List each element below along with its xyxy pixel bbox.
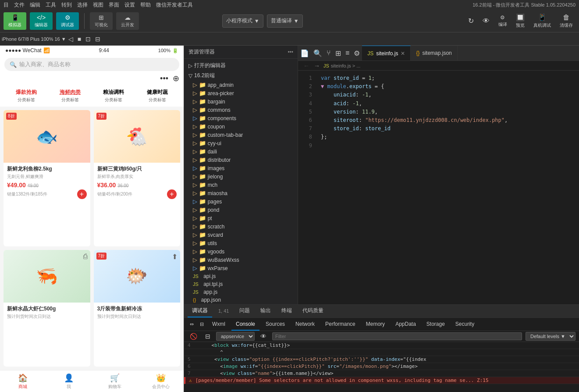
category-item-2[interactable]: 海鲜肉类 分类标签 (60, 89, 81, 103)
product-card-1[interactable]: 8折 🐟 新鲜龙利鱼柳2.5kg 无刺元骨,鲜嫩爽滑 ¥49.00 49.00 … (4, 110, 90, 246)
editor-button[interactable]: </> 编辑器 (30, 12, 53, 30)
eye-button[interactable]: 👁 (480, 16, 492, 26)
console-tab-appdata[interactable]: AppData (391, 318, 420, 331)
folder-wxparse[interactable]: ▷ 📁wxParse (184, 264, 298, 272)
scan-icon[interactable]: ⊕ (173, 74, 179, 83)
category-item-3[interactable]: 粮油调料 分类标签 (103, 89, 124, 103)
compile-dropdown[interactable]: 普通编译 ▼ (267, 14, 303, 28)
git-icon[interactable]: ⑂ (324, 48, 333, 58)
folder-wubasewxss[interactable]: ▷ 📁wuBaseWxss (184, 256, 298, 264)
folder-miaosha[interactable]: ▷ 📁miaosha (184, 189, 298, 197)
search-icon-editor[interactable]: 🔍 (311, 48, 324, 58)
simulator-button[interactable]: 📱 模拟器 (4, 12, 26, 30)
screenshot-button[interactable]: ⊟ (93, 35, 103, 43)
settings-icon[interactable]: ⚙ (352, 48, 362, 58)
folder-pond[interactable]: ▷ 📁pond (184, 206, 298, 214)
menu-wechat[interactable]: 微信开发者工具 (156, 1, 193, 9)
nav-forward-btn[interactable]: → (312, 61, 322, 70)
nav-member[interactable]: 👑 会员中心 (138, 371, 184, 392)
console-tab-storage[interactable]: Storage (422, 318, 449, 331)
folder-pages[interactable]: ▷ 📁pages (184, 197, 298, 206)
menu-help[interactable]: 帮助 (140, 1, 151, 9)
tab-debugger[interactable]: 调试器 (188, 305, 212, 317)
menu-file[interactable]: 文件 (14, 1, 25, 9)
tab-problems[interactable]: 问题 (235, 305, 254, 317)
section-project[interactable]: ▽ 16.2前端 (184, 71, 298, 81)
folder-commons[interactable]: ▷ 📁commons (184, 106, 298, 114)
mode-dropdown[interactable]: 小程序模式 ▼ (222, 14, 263, 28)
folder-distributor[interactable]: ▷ 📁distributor (184, 156, 298, 164)
debugger-button[interactable]: ⚙ 调试器 (56, 12, 79, 30)
menu-interface[interactable]: 界面 (109, 1, 119, 9)
folder-scratch[interactable]: ▷ 📁scratch (184, 222, 298, 231)
folder-components[interactable]: ▷ 📁components (184, 114, 298, 122)
phone-debug-button[interactable]: 📱 真机调试 (531, 12, 554, 29)
menu-view[interactable]: 视图 (93, 1, 103, 9)
wrap-icon[interactable]: ≡ (343, 48, 352, 58)
folder-coupon[interactable]: ▷ 📁coupon (184, 122, 298, 131)
category-item-4[interactable]: 健康时蔬 分类标签 (147, 89, 168, 103)
explorer-more-icon[interactable]: ••• (288, 49, 293, 55)
cloud-button[interactable]: ☁ 云开发 (116, 12, 139, 30)
console-tab-performance[interactable]: Performance (321, 318, 360, 331)
add-to-cart-2[interactable]: + (167, 189, 177, 199)
nav-back-btn[interactable]: ← (302, 61, 311, 70)
folder-jielong[interactable]: ▷ 📁jielong (184, 172, 298, 181)
product-card-4[interactable]: 7折 🐡 ⬆ 3斤装带鱼新鲜冷冻 预计到货时间次日到达 (94, 250, 181, 367)
level-select[interactable]: Default levels ▼ (526, 332, 575, 341)
tab-terminal[interactable]: 终端 (277, 305, 296, 317)
filter-input[interactable] (272, 332, 522, 340)
menu-select[interactable]: 选择 (77, 1, 88, 9)
appservice-select[interactable]: appservice (216, 332, 255, 341)
console-left-btn[interactable]: ⇔ (188, 321, 196, 328)
file-api-tpl-js[interactable]: JS api.tpl.js (184, 280, 298, 288)
refresh-button[interactable]: ↻ (465, 16, 476, 26)
folder-images[interactable]: ▷ 📁images (184, 164, 298, 172)
tab-output[interactable]: 输出 (256, 305, 275, 317)
console-clear-btn[interactable]: 🚫 (188, 332, 199, 341)
eye-console-btn[interactable]: 👁 (258, 332, 269, 341)
folder-area-picker[interactable]: ▷ 📁area-picker (184, 89, 298, 97)
code-lines[interactable]: var store_id = 1; ▼ module.exports = { u… (316, 71, 579, 304)
folder-utils[interactable]: ▷ 📁utils (184, 239, 298, 247)
tab-code-quality[interactable]: 代码质量 (298, 305, 328, 317)
menu-tools[interactable]: 工具 (46, 1, 56, 9)
stop-button[interactable]: ■ (75, 35, 83, 43)
folder-vgoods[interactable]: ▷ 📁vgoods (184, 247, 298, 256)
menu-settings[interactable]: 设置 (124, 1, 135, 9)
folder-mch[interactable]: ▷ 📁mch (184, 181, 298, 189)
console-tab-sources[interactable]: Sources (261, 318, 289, 331)
preview-button[interactable]: 🔲 预览 (513, 12, 527, 29)
console-tab-network[interactable]: Network (291, 318, 319, 331)
console-tab-security[interactable]: Security (451, 318, 479, 331)
product-card-3[interactable]: 🦐 ⎙ 新鲜水晶大虾仁500g 预计到货时间次日到达 (4, 250, 90, 367)
nav-cart[interactable]: 🛒 购物车 (92, 371, 138, 392)
product-card-2[interactable]: 7折 🐔 新鲜三黄鸡950g/只 新鲜宰杀,肉质厚实 ¥36.00 36.00 … (94, 110, 181, 246)
back-button[interactable]: ◁ (66, 35, 75, 43)
scroll-top-icon[interactable]: ⬆ (172, 253, 178, 261)
rotate-button[interactable]: ⊡ (83, 35, 93, 43)
console-block-btn[interactable]: ⊟ (198, 321, 206, 328)
console-filter-btn[interactable]: ⊟ (203, 332, 213, 341)
close-tab-siteinfo[interactable]: ✕ (401, 50, 405, 57)
menu-edit[interactable]: 编辑 (30, 1, 40, 9)
visual-button[interactable]: ⊞ 可视化 (90, 12, 113, 30)
folder-app-admin[interactable]: ▷ 📁app_admin (184, 81, 298, 89)
files-icon[interactable]: 📄 (298, 48, 311, 58)
tab-sitemap-json[interactable]: {} sitemap.json (411, 46, 457, 61)
file-app-json[interactable]: {} app.json (184, 296, 298, 304)
folder-daili[interactable]: ▷ 📁daili (184, 147, 298, 156)
file-api-js[interactable]: JS api.js (184, 272, 298, 280)
file-app-js[interactable]: JS app.js (184, 288, 298, 296)
nav-me[interactable]: 👤 我 (46, 371, 92, 392)
section-open-editors[interactable]: ▷ 打开的编辑器 (184, 61, 298, 71)
nav-shop[interactable]: 🏠 商城 (0, 371, 46, 392)
folder-custom-tab-bar[interactable]: ▷ 📁custom-tab-bar (184, 131, 298, 139)
share-icon[interactable]: ⎙ (83, 253, 88, 260)
console-tab-wxml[interactable]: Wxml (208, 318, 230, 331)
console-tab-memory[interactable]: Memory (362, 318, 389, 331)
tab-siteinfo-js[interactable]: JS siteinfo.js ✕ (362, 46, 411, 61)
folder-cyy-ui[interactable]: ▷ 📁cyy-ui (184, 139, 298, 147)
folder-bargain[interactable]: ▷ 📁bargain (184, 97, 298, 106)
compile-run-button[interactable]: ⚙ 编译 (496, 14, 510, 29)
